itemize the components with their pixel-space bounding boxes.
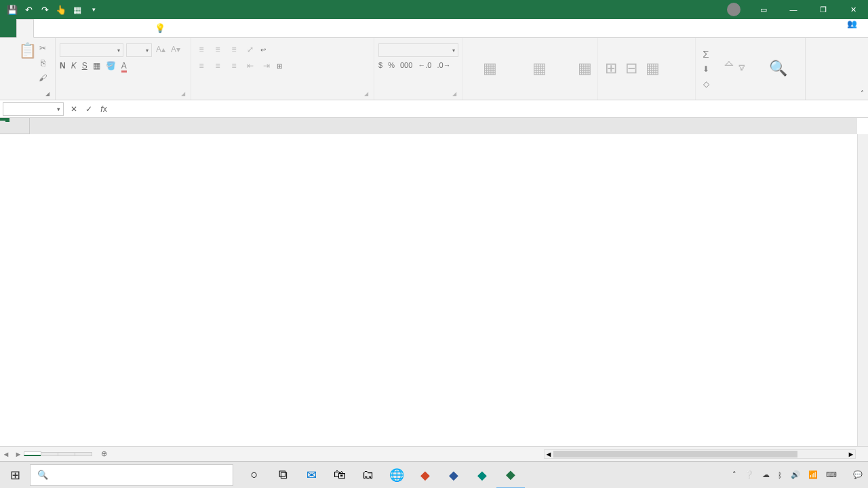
tab-datos[interactable] [83,19,99,37]
align-top-icon[interactable]: ≡ [195,43,208,56]
minimize-icon[interactable]: — [778,0,808,19]
border-icon[interactable]: ▦ [93,61,100,73]
find-select-button[interactable]: 🔍 [755,58,800,80]
percent-icon[interactable]: % [388,61,395,69]
tab-insertar[interactable] [34,19,50,37]
formula-input[interactable] [111,104,868,114]
align-left-icon[interactable]: ≡ [195,60,208,72]
meet-icon[interactable]: ◆ [468,462,496,489]
tab-formulas[interactable] [66,19,83,37]
share-button[interactable]: 👥 [847,19,861,28]
clipboard-dialog-icon[interactable]: ◢ [45,91,50,97]
tab-vista[interactable] [115,19,132,37]
tab-archivo[interactable] [0,19,16,37]
fill-icon[interactable]: ⬇ [700,63,712,75]
powerpoint-icon[interactable]: ◆ [411,462,439,489]
cancel-formula-icon[interactable]: ✕ [66,100,81,117]
tab-ayuda[interactable] [132,19,148,37]
font-color-icon[interactable]: A [121,61,127,73]
tray-wifi-icon[interactable]: 📶 [808,470,818,479]
sheet-nav-next-icon[interactable]: ► [12,450,24,458]
autosum-icon[interactable]: Σ [700,48,712,60]
italic-button[interactable]: K [71,61,77,73]
tray-help-icon[interactable]: ❔ [745,470,754,479]
tray-onedrive-icon[interactable]: ☁ [762,470,770,479]
tray-bluetooth-icon[interactable]: ᛒ [778,471,783,479]
horizontal-scrollbar[interactable]: ◄► [544,449,856,459]
store-icon[interactable]: 🛍 [326,462,354,489]
format-cells-button[interactable]: ▦ [643,58,663,80]
sheet-tab-hoja3[interactable] [58,452,75,456]
wrap-text-button[interactable]: ↩ [260,46,269,54]
tab-inicio[interactable] [16,19,34,38]
add-sheet-icon[interactable]: ⊕ [96,448,111,460]
fx-icon[interactable]: fx [96,100,111,117]
qat-custom-icon[interactable]: ▦ [72,4,83,15]
user-avatar[interactable] [727,3,741,16]
clear-icon[interactable]: ◇ [700,78,712,90]
tray-volume-icon[interactable]: 🔊 [791,470,800,479]
paste-button[interactable]: 📋 [16,41,39,62]
tray-notifications-icon[interactable]: 💬 [853,470,863,479]
tell-me[interactable]: 💡 [155,19,170,37]
align-right-icon[interactable]: ≡ [228,60,240,72]
align-center-icon[interactable]: ≡ [212,60,224,72]
format-table-button[interactable]: ▦ [515,58,563,80]
conditional-format-button[interactable]: ▦ [467,58,513,80]
increase-font-icon[interactable]: A▴ [155,43,167,56]
copy-icon[interactable]: ⎘ [37,57,49,69]
tray-chevron-icon[interactable]: ˄ [732,470,736,479]
select-all-corner[interactable] [0,118,30,134]
enter-formula-icon[interactable]: ✓ [81,100,96,117]
qat-dropdown-icon[interactable]: ▾ [88,4,99,15]
taskbar-search[interactable]: 🔍 [30,464,233,486]
cortana-icon[interactable]: ○ [240,462,269,489]
name-box[interactable]: ▾ [3,102,64,116]
redo-icon[interactable]: ↷ [39,4,50,15]
tab-disposicion[interactable] [50,19,66,37]
underline-button[interactable]: S [82,61,87,73]
word-icon[interactable]: ◆ [439,462,468,489]
bold-button[interactable]: N [60,61,66,73]
fill-color-icon[interactable]: 🪣 [106,61,116,73]
indent-inc-icon[interactable]: ⇥ [260,60,273,72]
orientation-icon[interactable]: ⤢ [244,43,256,56]
indent-dec-icon[interactable]: ⇤ [244,60,256,72]
sheet-tab-boleta[interactable] [41,452,58,456]
save-icon[interactable]: 💾 [7,4,18,15]
sheet-tab-hoja4[interactable] [75,452,92,456]
currency-icon[interactable]: $ [378,61,382,69]
comma-icon[interactable]: 000 [400,61,412,69]
chrome-icon[interactable]: 🌐 [382,462,411,489]
number-format-selector[interactable]: ▾ [378,43,458,57]
font-dialog-icon[interactable]: ◢ [181,91,185,97]
touch-icon[interactable]: 👆 [56,4,66,15]
decrease-font-icon[interactable]: A▾ [170,43,182,56]
explorer-icon[interactable]: 🗂 [354,462,382,489]
tray-keyboard-icon[interactable]: ⌨ [826,470,837,479]
mail-icon[interactable]: ✉ [297,462,326,489]
cut-icon[interactable]: ✂ [37,42,49,54]
font-name-selector[interactable]: ▾ [60,43,123,57]
start-button[interactable]: ⊞ [0,462,30,489]
align-dialog-icon[interactable]: ◢ [364,91,368,97]
align-bottom-icon[interactable]: ≡ [228,43,240,56]
insert-cells-button[interactable]: ⊞ [602,58,620,80]
undo-icon[interactable]: ↶ [23,4,34,15]
number-dialog-icon[interactable]: ◢ [452,91,456,97]
sheet-tab-kardex[interactable] [24,451,41,456]
maximize-icon[interactable]: ❐ [808,0,838,19]
sort-filter-button[interactable]: ᅀ▽ [715,58,753,80]
ribbon-display-icon[interactable]: ▭ [749,0,778,19]
merge-center-button[interactable]: ⊞ [277,62,285,70]
excel-icon[interactable]: ◆ [496,462,525,489]
decrease-decimal-icon[interactable]: .0→ [437,61,450,69]
sheet-nav-prev-icon[interactable]: ◄ [0,450,12,458]
align-middle-icon[interactable]: ≡ [212,43,224,56]
tab-revisar[interactable] [99,19,115,37]
vertical-scrollbar[interactable] [857,134,868,446]
delete-cells-button[interactable]: ⊟ [623,58,640,80]
collapse-ribbon-icon[interactable]: ˄ [861,89,864,97]
close-icon[interactable]: ✕ [838,0,868,19]
task-view-icon[interactable]: ⧉ [269,462,297,489]
